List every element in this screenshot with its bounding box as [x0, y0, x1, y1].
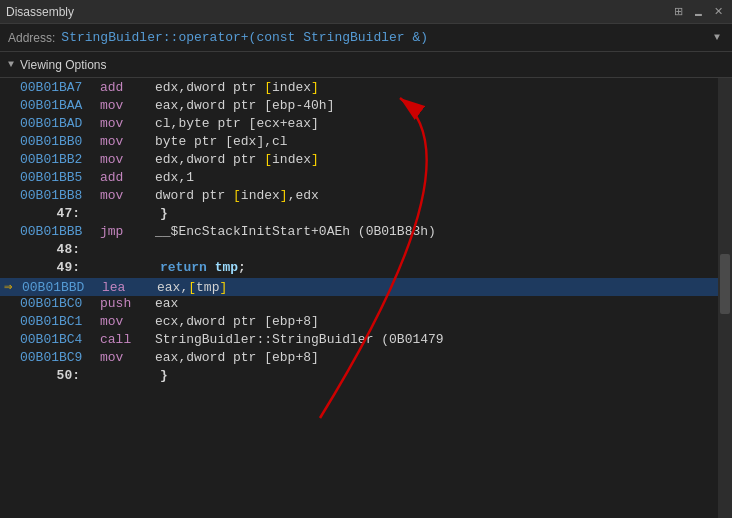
label-row: 50: } — [0, 368, 718, 386]
code-row: 00B01BB2 mov edx,dword ptr [index] — [0, 152, 718, 170]
mnemonic: mov — [100, 350, 155, 365]
title-bar-left: Disassembly — [6, 5, 74, 19]
address: 00B01BC1 — [20, 314, 100, 329]
operand: cl,byte ptr [ecx+eax] — [155, 116, 319, 131]
pin-button[interactable]: ⊞ — [671, 4, 686, 19]
address-dropdown-button[interactable]: ▼ — [710, 30, 724, 45]
brace: } — [100, 368, 168, 383]
mnemonic: mov — [100, 116, 155, 131]
viewing-options-bar[interactable]: ▼ Viewing Options — [0, 52, 732, 78]
code-row: 00B01BAD mov cl,byte ptr [ecx+eax] — [0, 116, 718, 134]
label-row: 47: } — [0, 206, 718, 224]
mnemonic: push — [100, 296, 155, 311]
address: 00B01BB5 — [20, 170, 100, 185]
brace: } — [100, 206, 168, 221]
title-bar: Disassembly ⊞ 🗕 ✕ — [0, 0, 732, 24]
code-row: 00B01BC9 mov eax,dword ptr [ebp+8] — [0, 350, 718, 368]
close-button[interactable]: ✕ — [711, 4, 726, 19]
address: 00B01BC4 — [20, 332, 100, 347]
mnemonic: add — [100, 170, 155, 185]
viewing-options-label: Viewing Options — [20, 58, 107, 72]
line-number: 50: — [20, 368, 100, 383]
address: 00B01BBD — [22, 280, 102, 295]
source-code: return tmp; — [100, 260, 246, 275]
vertical-scrollbar[interactable] — [718, 78, 732, 518]
code-row: 00B01BC4 call StringBuidler::StringBuidl… — [0, 332, 718, 350]
operand: eax,[tmp] — [157, 280, 227, 295]
title-bar-right: ⊞ 🗕 ✕ — [671, 4, 726, 19]
operand: __$EncStackInitStart+0AEh (0B01B83h) — [155, 224, 436, 239]
code-row: 00B01BC0 push eax — [0, 296, 718, 314]
mnemonic: call — [100, 332, 155, 347]
label-row: 49: return tmp; — [0, 260, 718, 278]
operand: eax,dword ptr [ebp+8] — [155, 350, 319, 365]
current-instruction-arrow: ⇒ — [4, 278, 20, 295]
address: 00B01BB2 — [20, 152, 100, 167]
mnemonic: jmp — [100, 224, 155, 239]
address: 00B01BAD — [20, 116, 100, 131]
window-title: Disassembly — [6, 5, 74, 19]
mnemonic: add — [100, 80, 155, 95]
line-number: 47: — [20, 206, 100, 221]
line-number: 49: — [20, 260, 100, 275]
address-bar: Address: StringBuidler::operator+(const … — [0, 24, 732, 52]
address-label: Address: — [8, 31, 55, 45]
code-row: 00B01BC1 mov ecx,dword ptr [ebp+8] — [0, 314, 718, 332]
address: 00B01BB0 — [20, 134, 100, 149]
address: 00B01BA7 — [20, 80, 100, 95]
mnemonic: mov — [100, 152, 155, 167]
operand: eax,dword ptr [ebp-40h] — [155, 98, 334, 113]
code-row: 00B01BA7 add edx,dword ptr [index] — [0, 80, 718, 98]
operand: byte ptr [edx],cl — [155, 134, 288, 149]
chevron-down-icon: ▼ — [8, 59, 14, 70]
mnemonic: lea — [102, 280, 157, 295]
code-row: 00B01BB5 add edx,1 — [0, 170, 718, 188]
mnemonic: mov — [100, 98, 155, 113]
mnemonic: mov — [100, 314, 155, 329]
operand: edx,dword ptr [index] — [155, 152, 319, 167]
address: 00B01BB8 — [20, 188, 100, 203]
operand: edx,1 — [155, 170, 194, 185]
address-value: StringBuidler::operator+(const StringBui… — [61, 30, 704, 45]
operand: dword ptr [index],edx — [155, 188, 319, 203]
address: 00B01BC0 — [20, 296, 100, 311]
disassembly-window: Disassembly ⊞ 🗕 ✕ Address: StringBuidler… — [0, 0, 732, 518]
code-area: 00B01BA7 add edx,dword ptr [index] 00B01… — [0, 78, 732, 388]
label-row: 48: — [0, 242, 718, 260]
code-row: 00B01BBB jmp __$EncStackInitStart+0AEh (… — [0, 224, 718, 242]
line-number: 48: — [20, 242, 100, 257]
operand: StringBuidler::StringBuidler (0B01479 — [155, 332, 444, 347]
address: 00B01BC9 — [20, 350, 100, 365]
code-row: 00B01BB8 mov dword ptr [index],edx — [0, 188, 718, 206]
scrollbar-thumb[interactable] — [720, 254, 730, 314]
mnemonic: mov — [100, 188, 155, 203]
current-code-row: ⇒ 00B01BBD lea eax,[tmp] — [0, 278, 718, 296]
code-row: 00B01BB0 mov byte ptr [edx],cl — [0, 134, 718, 152]
operand: eax — [155, 296, 178, 311]
operand: ecx,dword ptr [ebp+8] — [155, 314, 319, 329]
address: 00B01BAA — [20, 98, 100, 113]
disassembly-content: 00B01BA7 add edx,dword ptr [index] 00B01… — [0, 78, 732, 518]
auto-hide-button[interactable]: 🗕 — [690, 5, 707, 19]
address: 00B01BBB — [20, 224, 100, 239]
operand: edx,dword ptr [index] — [155, 80, 319, 95]
mnemonic: mov — [100, 134, 155, 149]
code-row: 00B01BAA mov eax,dword ptr [ebp-40h] — [0, 98, 718, 116]
